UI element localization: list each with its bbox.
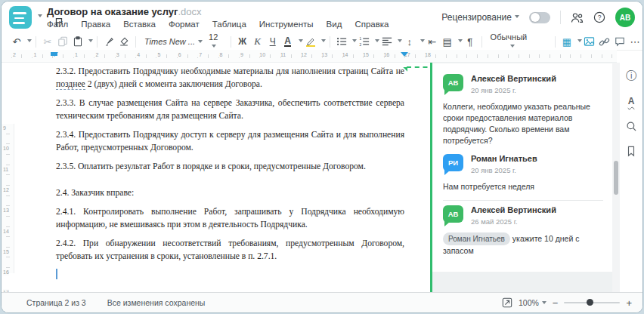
- highlight-color-button[interactable]: [306, 37, 315, 47]
- undo-caret-icon[interactable]: [27, 39, 32, 45]
- commented-text[interactable]: позднее: [56, 79, 85, 90]
- zoom-caret-icon: [542, 301, 546, 306]
- more-icon: ⋯: [630, 37, 639, 47]
- italic-button[interactable]: К: [250, 34, 265, 49]
- menu-edit[interactable]: Правка: [81, 20, 110, 29]
- scrollbar-thumb[interactable]: [614, 161, 618, 195]
- insert-table-button[interactable]: ▦: [559, 34, 574, 49]
- font-name-select[interactable]: Times New ...: [140, 37, 204, 46]
- font-color-button[interactable]: А: [284, 36, 291, 47]
- comment-text: Роман Игнатьев укажите 10 дней с запасом: [443, 232, 603, 257]
- paragraph-style-select[interactable]: Обычный: [486, 32, 551, 51]
- numbered-list-button[interactable]: 12: [357, 34, 372, 49]
- font-color-caret-icon[interactable]: [299, 39, 303, 45]
- clear-style-button[interactable]: [116, 34, 132, 49]
- image-icon: [584, 36, 595, 47]
- vertical-scrollbar[interactable]: [612, 63, 620, 293]
- comment-avatar: АВ: [443, 74, 463, 91]
- paragraph-settings-button[interactable]: ▤: [440, 34, 455, 49]
- undo-button[interactable]: ↶: [9, 34, 24, 49]
- line-spacing-button[interactable]: ↕: [402, 34, 417, 49]
- align-button[interactable]: [379, 34, 395, 49]
- text-cursor: [56, 269, 57, 279]
- menu-format[interactable]: Формат: [169, 20, 200, 29]
- user-avatar[interactable]: АВ: [615, 8, 635, 27]
- document-page[interactable]: 2.3.2. Предоставить Подрядчику необходим…: [14, 63, 430, 293]
- zoom-out-button[interactable]: −: [553, 298, 559, 308]
- menu-bar: Файл Правка Вставка Формат Таблица Инстр…: [47, 20, 389, 29]
- zoom-in-button[interactable]: +: [626, 298, 632, 308]
- format-painter-button[interactable]: [101, 34, 116, 49]
- svg-text:1: 1: [359, 37, 361, 41]
- comments-panel: АВ Алексей Вертинский 20 янв 2025 г. Кол…: [430, 63, 612, 293]
- paragraph-2-3-5: 2.3.5. Оплатить результат Работ в порядк…: [56, 160, 404, 173]
- bookmarks-button[interactable]: [624, 143, 639, 159]
- paragraph-text: 2 (двух) дней с момента заключения Догов…: [85, 79, 262, 89]
- paste-caret-icon[interactable]: [88, 39, 93, 45]
- outdent-icon: ⇤: [428, 37, 436, 47]
- paste-button[interactable]: [70, 34, 85, 49]
- toolbar-more-button[interactable]: ⋯: [627, 34, 642, 49]
- paragraph-2-3-3: 2.3.3. В случае размещения Сайта на серв…: [56, 97, 404, 122]
- menu-help[interactable]: Справка: [355, 20, 389, 29]
- line-spacing-icon: ↕: [407, 37, 412, 47]
- mention-pill: Роман Игнатьев: [443, 232, 510, 245]
- align-caret-icon[interactable]: [398, 39, 402, 45]
- avatar-initials: РИ: [443, 154, 463, 171]
- svg-text:2: 2: [359, 43, 361, 47]
- app-logo-button[interactable]: [9, 6, 32, 29]
- copy-button[interactable]: [55, 34, 70, 49]
- zoom-slider[interactable]: [564, 302, 620, 303]
- first-line-indent-marker[interactable]: [51, 52, 58, 60]
- title-extension: .docx: [178, 6, 201, 17]
- collaborators-button[interactable]: [571, 12, 584, 23]
- indent-box-icon: ▤: [442, 37, 451, 47]
- menu-tools[interactable]: Инструменты: [259, 20, 314, 29]
- review-mode-dropdown[interactable]: Рецензирование: [441, 12, 519, 23]
- menu-file[interactable]: Файл: [47, 20, 68, 29]
- logo-menu-caret-icon[interactable]: [38, 14, 42, 20]
- line-spacing-caret-icon[interactable]: [420, 39, 425, 45]
- fit-width-button[interactable]: [502, 297, 512, 308]
- comment-thread[interactable]: АВ Алексей Вертинский 20 янв 2025 г. Кол…: [432, 63, 612, 272]
- review-mode-label: Рецензирование: [441, 12, 512, 23]
- help-button[interactable]: ?: [593, 11, 605, 23]
- menu-view[interactable]: Вид: [327, 20, 342, 29]
- header-right: Рецензирование ? АВ: [441, 2, 635, 33]
- menu-insert[interactable]: Вставка: [123, 20, 156, 29]
- cut-button[interactable]: ✂: [40, 34, 55, 49]
- bullet-list-caret-icon[interactable]: [352, 39, 357, 45]
- show-formatting-marks-button[interactable]: ¶: [463, 34, 478, 49]
- fit-width-icon: [502, 297, 512, 308]
- comment-header: РИ Роман Игнатьев 20 янв 2025 г.: [443, 154, 603, 174]
- decrease-indent-button[interactable]: ⇤: [425, 34, 440, 49]
- table-icon: ▦: [562, 37, 571, 47]
- underline-button[interactable]: Ч: [265, 34, 280, 49]
- comment-header: АВ Алексей Вертинский 26 май 2025 г.: [443, 205, 603, 226]
- avatar-initials: АВ: [443, 205, 463, 223]
- link-icon: [599, 36, 610, 48]
- review-toggle[interactable]: [529, 12, 550, 23]
- bullet-list-button[interactable]: [334, 34, 349, 49]
- insert-image-button[interactable]: [582, 34, 597, 49]
- menu-table[interactable]: Таблица: [212, 20, 246, 29]
- zoom-value-select[interactable]: 100%: [519, 298, 546, 307]
- v-ruler: 91011121314151617181920: [2, 124, 14, 273]
- numbered-list-caret-icon[interactable]: [375, 39, 379, 45]
- right-indent-marker[interactable]: [401, 52, 408, 60]
- bookmark-icon: [626, 146, 636, 157]
- spellcheck-button[interactable]: А: [624, 94, 639, 109]
- insert-link-button[interactable]: [597, 34, 612, 49]
- search-button[interactable]: [624, 119, 639, 134]
- paragraph-text: 2.3.2. Предоставить Подрядчику необходим…: [56, 66, 404, 76]
- toolbar-divider: [36, 36, 36, 48]
- h-ruler-numbers: 21123456789101112131415161718: [2, 50, 617, 62]
- document-info-button[interactable]: ⓘ: [624, 69, 639, 84]
- bold-button[interactable]: Ж: [235, 34, 250, 49]
- insert-comment-button[interactable]: [612, 34, 627, 49]
- paragraph-settings-caret-icon[interactable]: [458, 39, 463, 45]
- bullet-list-icon: [336, 36, 347, 47]
- font-size-select[interactable]: 12: [204, 32, 227, 51]
- zoom-slider-knob[interactable]: [587, 299, 593, 306]
- highlight-caret-icon[interactable]: [321, 39, 326, 45]
